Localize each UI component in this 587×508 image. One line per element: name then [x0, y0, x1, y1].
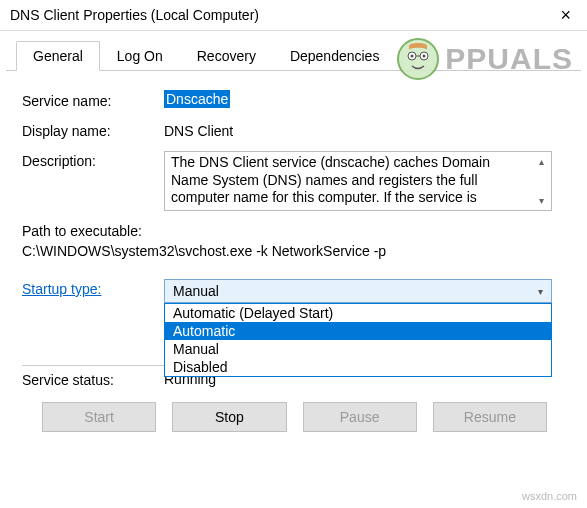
stop-button[interactable]: Stop — [172, 402, 286, 432]
start-button[interactable]: Start — [42, 402, 156, 432]
service-name-value-wrap: Dnscache — [164, 91, 563, 107]
startup-option-disabled[interactable]: Disabled — [165, 358, 551, 376]
tab-recovery[interactable]: Recovery — [180, 41, 273, 70]
service-name-label: Service name: — [22, 91, 164, 109]
startup-type-dropdown[interactable]: Manual ▾ Automatic (Delayed Start) Autom… — [164, 279, 552, 303]
display-name-label: Display name: — [22, 121, 164, 139]
titlebar: DNS Client Properties (Local Computer) × — [0, 0, 587, 31]
tab-dependencies[interactable]: Dependencies — [273, 41, 397, 70]
tab-log-on[interactable]: Log On — [100, 41, 180, 70]
tab-general[interactable]: General — [16, 41, 100, 71]
tabs-row: General Log On Recovery Dependencies — [6, 31, 581, 71]
content-area: Service name: Dnscache Display name: DNS… — [0, 71, 587, 442]
service-name-value[interactable]: Dnscache — [164, 90, 230, 108]
service-status-label: Service status: — [22, 365, 164, 388]
action-buttons: Start Stop Pause Resume — [26, 402, 563, 432]
description-scrollbar[interactable]: ▴ ▾ — [531, 154, 551, 208]
row-description: Description: The DNS Client service (dns… — [22, 151, 563, 211]
startup-type-label: Startup type: — [22, 279, 164, 297]
scroll-up-icon[interactable]: ▴ — [539, 156, 544, 167]
startup-option-automatic[interactable]: Automatic — [165, 322, 551, 340]
startup-selected-text: Manual — [173, 283, 219, 299]
resume-button[interactable]: Resume — [433, 402, 547, 432]
window-title: DNS Client Properties (Local Computer) — [10, 7, 259, 23]
description-text: The DNS Client service (dnscache) caches… — [171, 154, 531, 208]
startup-type-list: Automatic (Delayed Start) Automatic Manu… — [164, 303, 552, 377]
description-label: Description: — [22, 151, 164, 169]
chevron-down-icon: ▾ — [538, 286, 543, 297]
startup-type-button[interactable]: Manual ▾ — [164, 279, 552, 303]
startup-option-manual[interactable]: Manual — [165, 340, 551, 358]
site-watermark: wsxdn.com — [522, 490, 577, 502]
display-name-value: DNS Client — [164, 121, 563, 139]
path-value: C:\WINDOWS\system32\svchost.exe -k Netwo… — [22, 243, 563, 259]
description-box: The DNS Client service (dnscache) caches… — [164, 151, 552, 211]
path-label: Path to executable: — [22, 223, 563, 239]
row-service-name: Service name: Dnscache — [22, 91, 563, 109]
path-block: Path to executable: C:\WINDOWS\system32\… — [22, 223, 563, 259]
row-startup-type: Startup type: Manual ▾ Automatic (Delaye… — [22, 279, 563, 303]
startup-type-link[interactable]: Startup type: — [22, 281, 101, 297]
close-icon[interactable]: × — [552, 6, 579, 24]
scroll-down-icon[interactable]: ▾ — [539, 195, 544, 206]
pause-button[interactable]: Pause — [303, 402, 417, 432]
row-display-name: Display name: DNS Client — [22, 121, 563, 139]
startup-option-delayed[interactable]: Automatic (Delayed Start) — [165, 304, 551, 322]
